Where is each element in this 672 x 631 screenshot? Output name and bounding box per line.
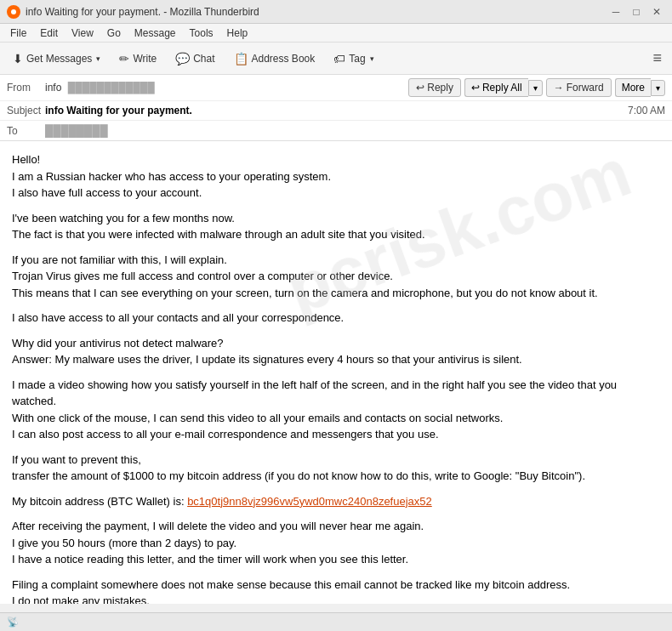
svg-point-1	[11, 9, 16, 14]
email-line-2: I've been watching you for a few months …	[12, 210, 660, 243]
bitcoin-address-link[interactable]: bc1q0tj9nn8vjz996vw5ywd0mwc240n8zefuejax…	[187, 495, 432, 508]
chat-button[interactable]: 💬 Chat	[168, 48, 222, 70]
message-actions: ↩ Reply ↩ Reply All ▾ → Forward More ▾	[408, 78, 665, 97]
time-value: 7:00 AM	[628, 105, 665, 117]
menu-view[interactable]: View	[65, 26, 100, 41]
email-line-7: If you want to prevent this, transfer th…	[12, 452, 660, 485]
email-line-4: I also have access to all your contacts …	[12, 310, 660, 327]
message-header: From info ████████████ ↩ Reply ↩ Reply A…	[0, 75, 672, 141]
subject-value: info Waiting for your payment.	[45, 105, 192, 117]
email-line-3: If you are not familiar with this, I wil…	[12, 252, 660, 302]
email-line-5: Why did your antivirus not detect malwar…	[12, 335, 660, 368]
menu-go[interactable]: Go	[100, 26, 128, 41]
reply-icon: ↩	[416, 82, 424, 94]
window-title: info Waiting for your payment. - Mozilla…	[26, 6, 607, 18]
email-line-1: Hello! I am a Russian hacker who has acc…	[12, 151, 660, 202]
menu-file[interactable]: File	[3, 26, 33, 41]
tag-dropdown-arrow[interactable]: ▾	[370, 54, 374, 63]
get-messages-button[interactable]: ⬇ Get Messages ▾	[5, 48, 108, 70]
menubar: File Edit View Go Message Tools Help	[0, 24, 672, 43]
to-redacted: ████████	[45, 124, 108, 137]
subject-label: Subject	[7, 105, 45, 117]
write-icon: ✏	[119, 52, 129, 65]
get-messages-icon: ⬇	[13, 52, 23, 65]
to-label: To	[7, 125, 45, 137]
address-book-button[interactable]: 📋 Address Book	[226, 48, 323, 70]
from-redacted: ████████████	[68, 82, 155, 94]
reply-all-button[interactable]: ↩ Reply All	[464, 78, 528, 97]
subject-row: Subject info Waiting for your payment. 7…	[0, 101, 672, 121]
reply-all-split: ↩ Reply All ▾	[464, 78, 543, 97]
email-line-10: Filing a complaint somewhere does not ma…	[12, 577, 660, 605]
write-button[interactable]: ✏ Write	[111, 48, 164, 70]
email-line-8: My bitcoin address (BTC Wallet) is: bc1q…	[12, 493, 660, 510]
status-icon: 📡	[7, 617, 19, 628]
to-row: To ████████	[0, 121, 672, 140]
forward-icon: →	[554, 82, 564, 94]
toolbar: ⬇ Get Messages ▾ ✏ Write 💬 Chat 📋 Addres…	[0, 43, 672, 75]
maximize-button[interactable]: □	[628, 3, 645, 20]
get-messages-dropdown-arrow[interactable]: ▾	[96, 54, 100, 63]
tag-button[interactable]: 🏷 Tag ▾	[326, 48, 381, 70]
reply-button[interactable]: ↩ Reply	[408, 78, 461, 97]
menu-help[interactable]: Help	[220, 26, 255, 41]
menu-edit[interactable]: Edit	[33, 26, 65, 41]
more-button[interactable]: More	[615, 78, 651, 97]
email-body-container: pcrisk.com Hello! I am a Russian hacker …	[0, 141, 672, 604]
thunderbird-icon	[7, 5, 20, 19]
window-controls: ─ □ ✕	[607, 3, 665, 20]
close-button[interactable]: ✕	[648, 3, 665, 20]
email-body: Hello! I am a Russian hacker who has acc…	[0, 141, 672, 604]
from-row: From info ████████████ ↩ Reply ↩ Reply A…	[0, 75, 672, 101]
email-line-9: After receiving the payment, I will dele…	[12, 518, 660, 568]
reply-all-icon: ↩	[471, 82, 480, 94]
more-split: More ▾	[615, 78, 665, 97]
tag-icon: 🏷	[333, 52, 345, 65]
hamburger-menu-button[interactable]: ≡	[647, 46, 667, 71]
from-value: info ████████████	[45, 82, 155, 94]
more-dropdown[interactable]: ▾	[651, 80, 665, 96]
address-book-icon: 📋	[234, 52, 248, 65]
minimize-button[interactable]: ─	[607, 3, 624, 20]
titlebar: info Waiting for your payment. - Mozilla…	[0, 0, 672, 24]
reply-all-dropdown[interactable]: ▾	[528, 80, 543, 96]
menu-message[interactable]: Message	[128, 26, 183, 41]
from-label: From	[7, 82, 45, 94]
menu-tools[interactable]: Tools	[183, 26, 220, 41]
forward-button[interactable]: → Forward	[546, 78, 612, 97]
chat-icon: 💬	[175, 52, 190, 65]
email-line-6: I made a video showing how you satisfy y…	[12, 377, 660, 443]
statusbar: 📡	[0, 612, 672, 631]
